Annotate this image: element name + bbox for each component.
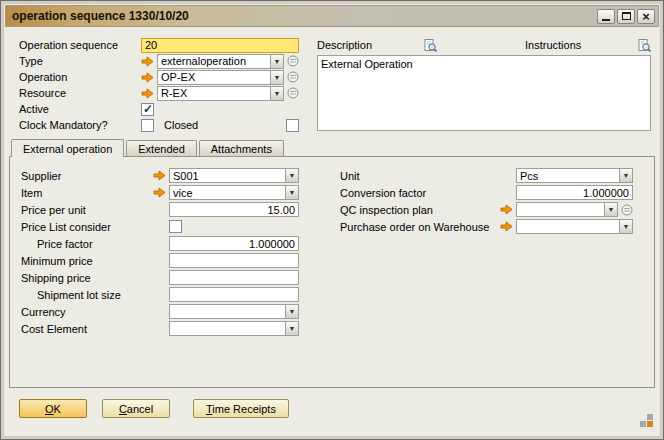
conversion-factor-input[interactable] [516, 185, 633, 200]
type-select[interactable]: externaloperation [157, 54, 284, 69]
purchase-order-on-warehouse-select[interactable] [516, 219, 633, 234]
supplier-label: Supplier [21, 170, 153, 182]
operation-row: Operation OP-EX [19, 69, 299, 85]
title-bar[interactable]: operation sequence 1330/10/20 × [5, 5, 659, 27]
supplier-select[interactable]: S001 [169, 168, 299, 183]
unit-select[interactable]: Pcs [516, 168, 633, 183]
ok-button[interactable]: OK [19, 399, 87, 418]
description-label: Description [317, 39, 372, 51]
link-arrow-icon[interactable] [141, 56, 154, 67]
dropdown-arrow-icon[interactable] [604, 203, 617, 216]
price-per-unit-label: Price per unit [21, 204, 169, 216]
clock-mandatory-checkbox[interactable] [141, 119, 154, 132]
zoom-icon[interactable] [424, 39, 437, 52]
cost-element-select[interactable] [169, 321, 299, 336]
unit-label: Unit [340, 170, 516, 182]
footer-buttons: OK Cancel Time Receipts [19, 399, 289, 418]
dropdown-arrow-icon[interactable] [285, 169, 298, 182]
maximize-icon [622, 12, 631, 20]
purchase-order-on-warehouse-label: Purchase order on Warehouse [340, 221, 500, 233]
minimum-price-label: Minimum price [21, 255, 169, 267]
resource-select-value: R-EX [161, 87, 187, 99]
minimum-price-input[interactable] [169, 253, 299, 268]
dropdown-arrow-icon[interactable] [619, 220, 632, 233]
maximize-button[interactable] [617, 9, 635, 24]
dropdown-arrow-icon[interactable] [285, 305, 298, 318]
operation-label: Operation [19, 71, 141, 83]
cost-element-label: Cost Element [21, 323, 169, 335]
currency-label: Currency [21, 306, 169, 318]
type-label: Type [19, 55, 141, 67]
header-form: Operation sequence Type externaloperatio… [19, 37, 299, 133]
operation-sequence-input[interactable] [141, 38, 299, 53]
dropdown-arrow-icon[interactable] [270, 71, 283, 84]
qc-inspection-plan-label: QC inspection plan [340, 204, 500, 216]
price-list-consider-label: Price List consider [21, 221, 169, 233]
currency-select[interactable] [169, 304, 299, 319]
external-operation-panel: Supplier S001 Item vice Price per unit P… [9, 156, 655, 388]
conversion-factor-row: Conversion factor [340, 184, 633, 201]
description-header: Description Instructions [317, 37, 651, 53]
type-select-value: externaloperation [161, 55, 246, 67]
link-arrow-icon[interactable] [500, 204, 513, 215]
choose-from-list-icon[interactable] [287, 55, 299, 67]
resize-grip[interactable] [640, 414, 653, 427]
link-arrow-icon[interactable] [500, 221, 513, 232]
link-arrow-icon[interactable] [141, 72, 154, 83]
link-arrow-icon[interactable] [153, 170, 166, 181]
window-title: operation sequence 1330/10/20 [6, 9, 189, 23]
dropdown-arrow-icon[interactable] [285, 322, 298, 335]
operation-sequence-row: Operation sequence [19, 37, 299, 53]
shipment-lot-size-label: Shipment lot size [21, 289, 169, 301]
type-row: Type externaloperation [19, 53, 299, 69]
price-factor-label: Price factor [21, 238, 169, 250]
conversion-factor-label: Conversion factor [340, 187, 516, 199]
tab-attachments[interactable]: Attachments [199, 140, 284, 156]
cancel-button[interactable]: Cancel [102, 399, 170, 418]
resource-label: Resource [19, 87, 141, 99]
minimize-icon [602, 19, 610, 21]
resource-select[interactable]: R-EX [157, 86, 284, 101]
active-checkbox[interactable] [141, 103, 154, 116]
dropdown-arrow-icon[interactable] [270, 55, 283, 68]
close-button[interactable]: × [637, 9, 655, 24]
dropdown-arrow-icon[interactable] [285, 186, 298, 199]
shipment-lot-size-row: Shipment lot size [21, 286, 299, 303]
active-row: Active [19, 101, 299, 117]
dropdown-arrow-icon[interactable] [270, 87, 283, 100]
price-factor-input[interactable] [169, 236, 299, 251]
price-factor-row: Price factor [21, 235, 299, 252]
qc-inspection-plan-select[interactable] [516, 202, 618, 217]
price-list-consider-row: Price List consider [21, 218, 299, 235]
closed-label: Closed [164, 119, 198, 131]
link-arrow-icon[interactable] [153, 187, 166, 198]
zoom-icon[interactable] [638, 39, 651, 52]
shipment-lot-size-input[interactable] [169, 287, 299, 302]
resize-grip-square [647, 421, 653, 427]
link-arrow-icon[interactable] [141, 88, 154, 99]
tab-extended[interactable]: Extended [126, 140, 196, 156]
choose-from-list-icon[interactable] [287, 71, 299, 83]
minimize-button[interactable] [597, 9, 615, 24]
item-row: Item vice [21, 184, 299, 201]
time-receipts-button[interactable]: Time Receipts [193, 399, 289, 418]
operation-select[interactable]: OP-EX [157, 70, 284, 85]
item-select-value: vice [173, 187, 193, 199]
price-list-consider-checkbox[interactable] [169, 220, 182, 233]
choose-from-list-icon[interactable] [287, 87, 299, 99]
dropdown-arrow-icon[interactable] [619, 169, 632, 182]
price-per-unit-input[interactable] [169, 202, 299, 217]
unit-select-value: Pcs [520, 170, 538, 182]
resize-grip-square [647, 414, 653, 420]
operation-select-value: OP-EX [161, 71, 195, 83]
operation-sequence-window: operation sequence 1330/10/20 × Operatio… [0, 0, 664, 440]
shipping-price-input[interactable] [169, 270, 299, 285]
qc-inspection-plan-row: QC inspection plan [340, 201, 633, 218]
tab-external-operation[interactable]: External operation [11, 139, 124, 157]
item-select[interactable]: vice [169, 185, 299, 200]
choose-from-list-icon[interactable] [621, 204, 633, 216]
window-controls: × [597, 9, 658, 24]
purchase-order-on-warehouse-row: Purchase order on Warehouse [340, 218, 633, 235]
description-textarea[interactable]: External Operation [317, 55, 651, 131]
closed-checkbox[interactable] [286, 119, 299, 132]
